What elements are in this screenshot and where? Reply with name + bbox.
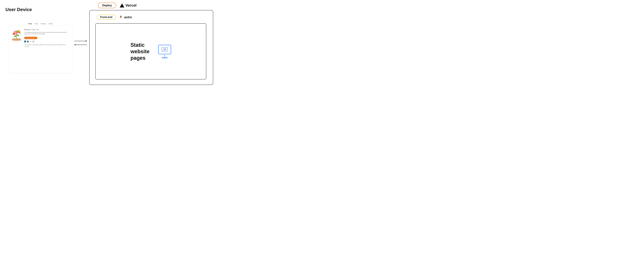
social-icons: in ●● 🌐 bbox=[24, 41, 70, 42]
frontend-header: Front-end astro bbox=[97, 15, 132, 20]
svg-point-25 bbox=[14, 34, 14, 35]
linkedin-icon[interactable]: in bbox=[24, 41, 26, 42]
svg-point-19 bbox=[18, 32, 19, 33]
deploy-badge: Deploy bbox=[98, 2, 116, 8]
web-icon[interactable]: 🌐 bbox=[32, 41, 34, 42]
bio-text: I am crafting the ultimate hands-on AI c… bbox=[24, 31, 70, 35]
astro-label: astro bbox=[124, 15, 132, 19]
svg-point-28 bbox=[120, 17, 121, 18]
github-icon[interactable] bbox=[27, 41, 29, 42]
user-device-section: User Device Home About Teaching Contact bbox=[0, 0, 75, 90]
arrow-left-head bbox=[74, 44, 76, 45]
nav-bar: Home About Teaching Contact bbox=[9, 21, 72, 26]
static-website-text: Static website pages bbox=[130, 42, 150, 61]
browser-mockup: Home About Teaching Contact bbox=[9, 21, 72, 73]
quote-text: "THE BEAUTIFUL THING ABOUT LEARNING IS T… bbox=[24, 44, 70, 46]
frontend-badge: Front-end bbox=[97, 15, 116, 20]
arrow-right bbox=[74, 40, 87, 42]
quote-author: - B.B. King bbox=[24, 46, 70, 47]
arrow-left bbox=[74, 44, 87, 45]
right-section: Deploy Vercel Front-end astro Static bbox=[89, 0, 214, 90]
monitor-ui-label: UI bbox=[162, 47, 168, 52]
page-content: Karena X. Cai PhD I am crafting the ulti… bbox=[9, 26, 72, 47]
arrow-right-line bbox=[74, 41, 86, 41]
nav-about[interactable]: About bbox=[34, 23, 38, 24]
flower-illustration bbox=[11, 29, 22, 42]
user-device-label: User Device bbox=[6, 7, 32, 12]
monitor-base-icon bbox=[162, 57, 168, 58]
nav-contact[interactable]: Contact bbox=[48, 23, 53, 24]
monitor-stand-icon bbox=[164, 55, 165, 57]
inner-box: Static website pages UI bbox=[95, 23, 206, 79]
deploy-header: Deploy Vercel bbox=[98, 2, 136, 8]
page-text-content: Karena X. Cai PhD I am crafting the ulti… bbox=[24, 29, 70, 47]
nav-teaching[interactable]: Teaching bbox=[40, 23, 46, 24]
ui-monitor: UI bbox=[158, 45, 171, 58]
arrows-area bbox=[72, 40, 89, 45]
person-name: Karena X. Cai PhD bbox=[24, 29, 70, 31]
nav-home[interactable]: Home bbox=[28, 23, 32, 24]
vercel-triangle-icon bbox=[120, 3, 124, 7]
quote-section: "THE BEAUTIFUL THING ABOUT LEARNING IS T… bbox=[24, 44, 70, 48]
main-box: Front-end astro Static website pages bbox=[89, 10, 213, 85]
astro-logo: astro bbox=[119, 15, 132, 19]
arrow-right-head bbox=[86, 40, 87, 42]
vercel-label: Vercel bbox=[126, 3, 136, 8]
medium-icon[interactable]: ●● bbox=[30, 41, 32, 42]
arrow-left-line bbox=[76, 45, 87, 45]
svg-point-12 bbox=[14, 32, 16, 33]
svg-point-20 bbox=[18, 31, 19, 32]
monitor-screen: UI bbox=[158, 45, 171, 54]
cta-button[interactable]: Try the course here! → bbox=[24, 37, 37, 39]
vercel-logo: Vercel bbox=[120, 3, 136, 8]
